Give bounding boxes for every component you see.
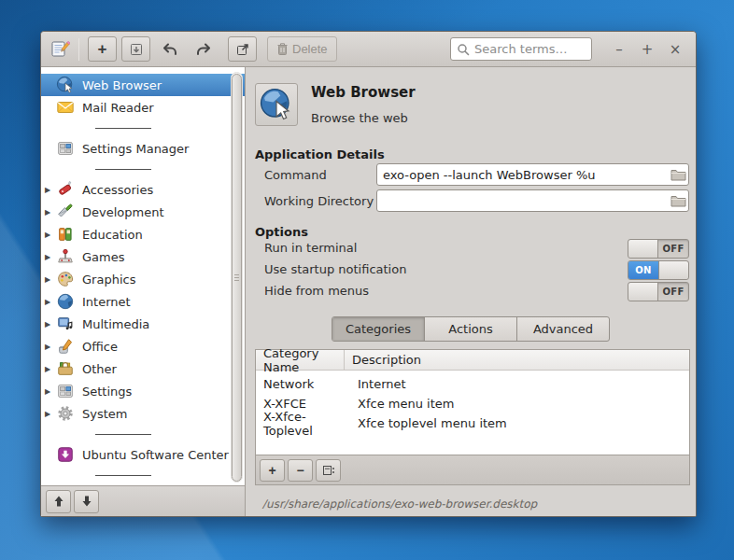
sidebar-item-other[interactable]: ▶ Other bbox=[41, 357, 245, 380]
search-box[interactable] bbox=[450, 37, 592, 61]
command-input[interactable] bbox=[377, 168, 668, 182]
sidebar-item-development[interactable]: ▶ Development bbox=[41, 201, 245, 223]
save-icon bbox=[129, 42, 144, 57]
clear-categories-button[interactable] bbox=[316, 459, 341, 482]
add-category-button[interactable]: + bbox=[260, 459, 285, 482]
categories-table: Category Name Description Network Intern… bbox=[255, 349, 690, 455]
expand-arrow-icon[interactable]: ▶ bbox=[45, 298, 56, 306]
toggle-knob bbox=[628, 240, 658, 258]
delete-button[interactable]: Delete bbox=[267, 36, 337, 62]
launcher-icon-button[interactable] bbox=[255, 83, 298, 126]
expand-arrow-icon[interactable]: ▶ bbox=[45, 208, 56, 217]
run-in-terminal-label: Run in terminal bbox=[264, 241, 357, 255]
folder-icon bbox=[670, 194, 686, 207]
table-row[interactable]: X-Xfce-Toplevel Xfce toplevel menu item bbox=[256, 413, 689, 433]
toggle-knob bbox=[628, 283, 658, 301]
maximize-button[interactable]: + bbox=[638, 41, 656, 58]
undo-button[interactable] bbox=[155, 36, 184, 62]
sidebar-item-internet[interactable]: ▶ Internet bbox=[41, 290, 245, 313]
tree-separator bbox=[41, 160, 245, 178]
ubuntu-software-center-icon bbox=[56, 445, 75, 464]
expand-arrow-icon[interactable]: ▶ bbox=[45, 231, 56, 239]
tree-separator bbox=[41, 119, 245, 137]
close-button[interactable]: × bbox=[666, 41, 685, 58]
hide-from-menus-toggle[interactable]: OFF bbox=[628, 282, 689, 301]
sidebar-item-graphics[interactable]: ▶ Graphics bbox=[41, 268, 245, 290]
sidebar-item-system[interactable]: ▶ System bbox=[41, 402, 245, 425]
sidebar-item-label: Accessories bbox=[82, 183, 153, 197]
command-field bbox=[376, 163, 689, 186]
settings-icon bbox=[56, 382, 75, 400]
plus-icon: + bbox=[98, 41, 107, 57]
description-cell: Internet bbox=[345, 377, 689, 391]
expand-arrow-icon[interactable]: ▶ bbox=[45, 410, 56, 418]
use-startup-notification-label: Use startup notification bbox=[264, 262, 406, 276]
sidebar-item-label: Office bbox=[82, 340, 118, 354]
sidebar-item-ubuntu-software-center[interactable]: Ubuntu Software Center bbox=[41, 443, 245, 466]
table-header-row: Category Name Description bbox=[256, 350, 689, 371]
expand-arrow-icon[interactable]: ▶ bbox=[45, 320, 56, 329]
hide-from-menus-label: Hide from menus bbox=[264, 284, 369, 298]
search-input[interactable] bbox=[474, 42, 577, 56]
system-gear-icon bbox=[56, 404, 75, 423]
expand-arrow-icon[interactable]: ▶ bbox=[45, 343, 56, 351]
sidebar-item-web-browser[interactable]: Web Browser bbox=[41, 74, 245, 96]
accessories-icon bbox=[56, 180, 75, 199]
sidebar-item-office[interactable]: ▶ Office bbox=[41, 335, 245, 357]
move-up-button[interactable] bbox=[46, 490, 71, 513]
window-controls: – + × bbox=[610, 41, 685, 58]
minimize-button[interactable]: – bbox=[610, 41, 628, 58]
command-label: Command bbox=[264, 168, 327, 182]
arrow-down-icon bbox=[81, 495, 92, 508]
multimedia-icon bbox=[56, 315, 75, 333]
sidebar-item-multimedia[interactable]: ▶ Multimedia bbox=[41, 313, 245, 335]
move-down-button[interactable] bbox=[74, 490, 99, 513]
sidebar-scrollbar[interactable] bbox=[231, 72, 243, 483]
expand-arrow-icon[interactable]: ▶ bbox=[45, 186, 56, 194]
sidebar-item-settings[interactable]: ▶ Settings bbox=[41, 380, 245, 402]
toggle-state-label: OFF bbox=[658, 240, 688, 258]
internet-icon bbox=[56, 292, 75, 311]
sidebar-item-label: Development bbox=[82, 205, 164, 219]
launcher-subtitle[interactable]: Browse the web bbox=[311, 111, 408, 125]
run-in-terminal-toggle[interactable]: OFF bbox=[628, 239, 689, 259]
sidebar-item-label: Games bbox=[82, 250, 124, 264]
sidebar-item-education[interactable]: ▶ Education bbox=[41, 223, 245, 245]
tab-categories[interactable]: Categories bbox=[332, 317, 425, 341]
sidebar-item-label: Education bbox=[82, 228, 143, 242]
graphics-icon bbox=[56, 270, 75, 288]
tab-advanced[interactable]: Advanced bbox=[517, 317, 609, 341]
sidebar-item-settings-manager[interactable]: Settings Manager bbox=[41, 137, 245, 160]
sidebar-item-mail-reader[interactable]: Mail Reader bbox=[41, 96, 245, 119]
redo-button[interactable] bbox=[189, 36, 218, 62]
launcher-title[interactable]: Web Browser bbox=[311, 84, 416, 101]
expand-arrow-icon[interactable]: ▶ bbox=[45, 253, 56, 261]
trash-icon bbox=[276, 42, 289, 56]
tab-actions[interactable]: Actions bbox=[425, 317, 517, 341]
save-button[interactable] bbox=[121, 36, 150, 62]
working-directory-input[interactable] bbox=[377, 194, 668, 208]
sidebar-item-games[interactable]: ▶ Games bbox=[41, 245, 245, 268]
search-icon bbox=[457, 43, 470, 56]
execute-launcher-button[interactable] bbox=[228, 36, 257, 62]
sidebar-item-label: System bbox=[82, 407, 127, 421]
table-row[interactable]: Network Internet bbox=[256, 374, 689, 394]
sidebar-item-accessories[interactable]: ▶ Accessories bbox=[41, 178, 245, 201]
use-startup-notification-toggle[interactable]: ON bbox=[628, 260, 689, 280]
menulibre-window: + bbox=[40, 31, 697, 517]
options-heading: Options bbox=[255, 225, 308, 239]
column-header-category-name[interactable]: Category Name bbox=[256, 350, 345, 370]
add-launcher-button[interactable]: + bbox=[88, 36, 117, 62]
column-header-description[interactable]: Description bbox=[345, 353, 689, 367]
expand-arrow-icon[interactable]: ▶ bbox=[45, 365, 56, 373]
toggle-state-label: ON bbox=[628, 261, 658, 279]
browse-directory-button[interactable] bbox=[668, 194, 688, 207]
expand-arrow-icon[interactable]: ▶ bbox=[45, 387, 56, 396]
plus-icon: + bbox=[268, 463, 275, 478]
expand-arrow-icon[interactable]: ▶ bbox=[45, 275, 56, 284]
browse-command-button[interactable] bbox=[668, 168, 688, 181]
remove-category-button[interactable]: − bbox=[288, 459, 313, 482]
mail-reader-icon bbox=[56, 98, 75, 117]
scrollbar-thumb[interactable] bbox=[232, 74, 242, 482]
categories-toolbar: + − bbox=[255, 455, 690, 485]
